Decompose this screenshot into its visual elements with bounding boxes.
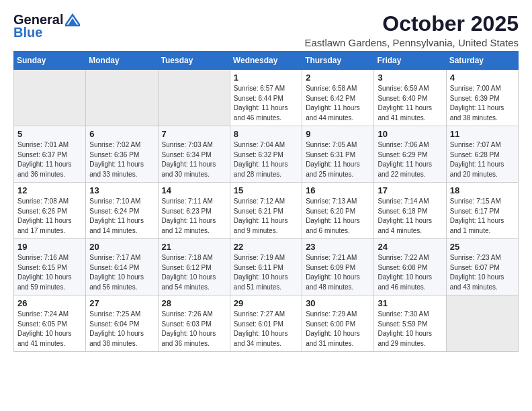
- calendar-day-cell: 25Sunrise: 7:23 AM Sunset: 6:07 PM Dayli…: [446, 239, 518, 295]
- day-number: 4: [450, 73, 515, 83]
- calendar-day-cell: 31Sunrise: 7:30 AM Sunset: 5:59 PM Dayli…: [374, 295, 446, 352]
- day-info: Sunrise: 7:15 AM Sunset: 6:17 PM Dayligh…: [450, 197, 515, 236]
- title-area: October 2025 Eastlawn Gardens, Pennsylva…: [304, 12, 519, 48]
- calendar-day-cell: 17Sunrise: 7:14 AM Sunset: 6:18 PM Dayli…: [374, 183, 446, 239]
- day-number: 27: [89, 298, 154, 308]
- calendar-day-cell: 23Sunrise: 7:21 AM Sunset: 6:09 PM Dayli…: [302, 239, 374, 295]
- day-number: 9: [306, 129, 370, 139]
- day-info: Sunrise: 7:01 AM Sunset: 6:37 PM Dayligh…: [17, 140, 82, 179]
- page-header: General Blue October 2025 Eastlawn Garde…: [7, 7, 525, 48]
- weekday-header-wednesday: Wednesday: [230, 52, 302, 70]
- day-info: Sunrise: 7:11 AM Sunset: 6:23 PM Dayligh…: [162, 197, 226, 236]
- day-number: 1: [234, 73, 298, 83]
- logo: General Blue: [13, 12, 80, 40]
- day-number: 6: [89, 129, 154, 139]
- calendar-day-cell: 2Sunrise: 6:58 AM Sunset: 6:42 PM Daylig…: [302, 70, 374, 126]
- weekday-header-tuesday: Tuesday: [158, 52, 230, 70]
- day-info: Sunrise: 7:21 AM Sunset: 6:09 PM Dayligh…: [306, 253, 370, 292]
- day-info: Sunrise: 7:26 AM Sunset: 6:03 PM Dayligh…: [162, 310, 226, 349]
- calendar-day-cell: 13Sunrise: 7:10 AM Sunset: 6:24 PM Dayli…: [86, 183, 158, 239]
- day-info: Sunrise: 7:02 AM Sunset: 6:36 PM Dayligh…: [89, 140, 154, 179]
- calendar-day-cell: 24Sunrise: 7:22 AM Sunset: 6:08 PM Dayli…: [374, 239, 446, 295]
- weekday-header-monday: Monday: [86, 52, 158, 70]
- day-info: Sunrise: 7:10 AM Sunset: 6:24 PM Dayligh…: [89, 197, 154, 236]
- calendar-day-cell: 20Sunrise: 7:17 AM Sunset: 6:14 PM Dayli…: [86, 239, 158, 295]
- day-info: Sunrise: 7:23 AM Sunset: 6:07 PM Dayligh…: [450, 253, 515, 292]
- day-info: Sunrise: 7:30 AM Sunset: 5:59 PM Dayligh…: [378, 310, 442, 349]
- day-number: 16: [306, 185, 370, 195]
- calendar-empty-cell: [158, 70, 230, 126]
- day-info: Sunrise: 7:00 AM Sunset: 6:39 PM Dayligh…: [450, 84, 515, 123]
- month-title: October 2025: [304, 12, 519, 36]
- day-number: 19: [17, 242, 82, 252]
- day-number: 28: [162, 298, 226, 308]
- day-info: Sunrise: 7:14 AM Sunset: 6:18 PM Dayligh…: [378, 197, 442, 236]
- day-number: 7: [162, 129, 226, 139]
- calendar-day-cell: 4Sunrise: 7:00 AM Sunset: 6:39 PM Daylig…: [446, 70, 518, 126]
- calendar-empty-cell: [446, 295, 518, 352]
- day-number: 3: [378, 73, 442, 83]
- day-number: 24: [378, 242, 442, 252]
- calendar-day-cell: 1Sunrise: 6:57 AM Sunset: 6:44 PM Daylig…: [230, 70, 302, 126]
- day-info: Sunrise: 7:04 AM Sunset: 6:32 PM Dayligh…: [234, 140, 298, 179]
- day-number: 5: [17, 129, 82, 139]
- day-number: 17: [378, 185, 442, 195]
- calendar-day-cell: 12Sunrise: 7:08 AM Sunset: 6:26 PM Dayli…: [14, 183, 86, 239]
- day-number: 23: [306, 242, 370, 252]
- day-number: 31: [378, 298, 442, 308]
- logo-icon: [65, 13, 80, 27]
- calendar-day-cell: 26Sunrise: 7:24 AM Sunset: 6:05 PM Dayli…: [14, 295, 86, 352]
- calendar-day-cell: 21Sunrise: 7:18 AM Sunset: 6:12 PM Dayli…: [158, 239, 230, 295]
- calendar-empty-cell: [86, 70, 158, 126]
- day-number: 13: [89, 185, 154, 195]
- day-info: Sunrise: 6:57 AM Sunset: 6:44 PM Dayligh…: [234, 84, 298, 123]
- day-info: Sunrise: 7:08 AM Sunset: 6:26 PM Dayligh…: [17, 197, 82, 236]
- calendar-day-cell: 30Sunrise: 7:29 AM Sunset: 6:00 PM Dayli…: [302, 295, 374, 352]
- calendar-day-cell: 27Sunrise: 7:25 AM Sunset: 6:04 PM Dayli…: [86, 295, 158, 352]
- day-number: 15: [234, 185, 298, 195]
- calendar-day-cell: 3Sunrise: 6:59 AM Sunset: 6:40 PM Daylig…: [374, 70, 446, 126]
- day-info: Sunrise: 7:13 AM Sunset: 6:20 PM Dayligh…: [306, 197, 370, 236]
- day-number: 26: [17, 298, 82, 308]
- day-number: 2: [306, 73, 370, 83]
- day-number: 10: [378, 129, 442, 139]
- day-number: 8: [234, 129, 298, 139]
- calendar-day-cell: 18Sunrise: 7:15 AM Sunset: 6:17 PM Dayli…: [446, 183, 518, 239]
- calendar-day-cell: 8Sunrise: 7:04 AM Sunset: 6:32 PM Daylig…: [230, 126, 302, 183]
- day-number: 22: [234, 242, 298, 252]
- weekday-header-saturday: Saturday: [446, 52, 518, 70]
- day-number: 25: [450, 242, 515, 252]
- day-info: Sunrise: 7:22 AM Sunset: 6:08 PM Dayligh…: [378, 253, 442, 292]
- calendar-day-cell: 22Sunrise: 7:19 AM Sunset: 6:11 PM Dayli…: [230, 239, 302, 295]
- day-info: Sunrise: 6:58 AM Sunset: 6:42 PM Dayligh…: [306, 84, 370, 123]
- day-info: Sunrise: 7:19 AM Sunset: 6:11 PM Dayligh…: [234, 253, 298, 292]
- day-info: Sunrise: 7:24 AM Sunset: 6:05 PM Dayligh…: [17, 310, 82, 349]
- day-number: 12: [17, 185, 82, 195]
- calendar-day-cell: 10Sunrise: 7:06 AM Sunset: 6:29 PM Dayli…: [374, 126, 446, 183]
- day-info: Sunrise: 7:07 AM Sunset: 6:28 PM Dayligh…: [450, 140, 515, 179]
- calendar-empty-cell: [14, 70, 86, 126]
- calendar-day-cell: 15Sunrise: 7:12 AM Sunset: 6:21 PM Dayli…: [230, 183, 302, 239]
- calendar-day-cell: 14Sunrise: 7:11 AM Sunset: 6:23 PM Dayli…: [158, 183, 230, 239]
- weekday-header-sunday: Sunday: [14, 52, 86, 70]
- day-info: Sunrise: 6:59 AM Sunset: 6:40 PM Dayligh…: [378, 84, 442, 123]
- day-info: Sunrise: 7:29 AM Sunset: 6:00 PM Dayligh…: [306, 310, 370, 349]
- day-number: 18: [450, 185, 515, 195]
- calendar-table: SundayMondayTuesdayWednesdayThursdayFrid…: [13, 51, 519, 352]
- day-number: 29: [234, 298, 298, 308]
- calendar-day-cell: 6Sunrise: 7:02 AM Sunset: 6:36 PM Daylig…: [86, 126, 158, 183]
- day-number: 11: [450, 129, 515, 139]
- calendar-day-cell: 28Sunrise: 7:26 AM Sunset: 6:03 PM Dayli…: [158, 295, 230, 352]
- day-number: 21: [162, 242, 226, 252]
- day-info: Sunrise: 7:17 AM Sunset: 6:14 PM Dayligh…: [89, 253, 154, 292]
- calendar-week-row: 5Sunrise: 7:01 AM Sunset: 6:37 PM Daylig…: [14, 126, 519, 183]
- day-info: Sunrise: 7:27 AM Sunset: 6:01 PM Dayligh…: [234, 310, 298, 349]
- calendar-day-cell: 5Sunrise: 7:01 AM Sunset: 6:37 PM Daylig…: [14, 126, 86, 183]
- calendar-week-row: 1Sunrise: 6:57 AM Sunset: 6:44 PM Daylig…: [14, 70, 519, 126]
- day-number: 20: [89, 242, 154, 252]
- day-info: Sunrise: 7:06 AM Sunset: 6:29 PM Dayligh…: [378, 140, 442, 179]
- day-number: 30: [306, 298, 370, 308]
- weekday-header-thursday: Thursday: [302, 52, 374, 70]
- calendar-week-row: 19Sunrise: 7:16 AM Sunset: 6:15 PM Dayli…: [14, 239, 519, 295]
- calendar-day-cell: 19Sunrise: 7:16 AM Sunset: 6:15 PM Dayli…: [14, 239, 86, 295]
